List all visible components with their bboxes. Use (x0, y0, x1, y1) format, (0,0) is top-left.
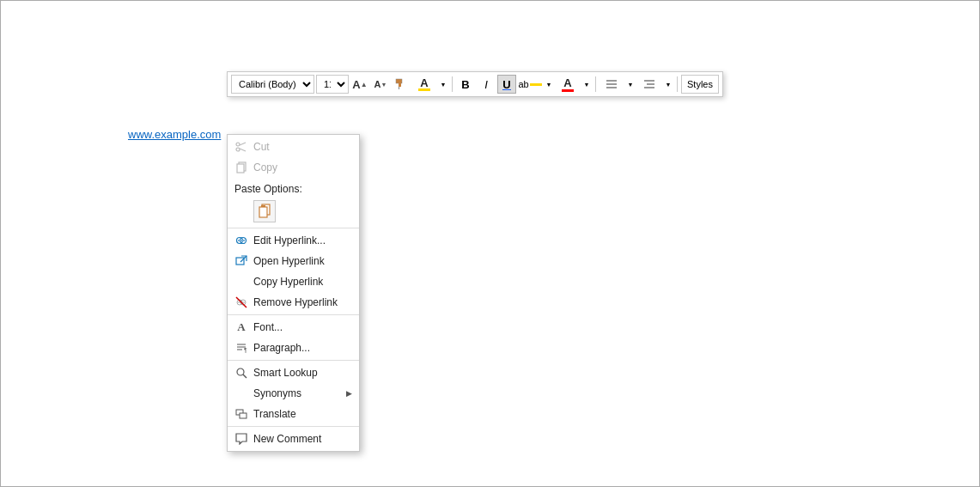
font-menu-item[interactable]: A Font... (228, 317, 359, 338)
font-name-select[interactable]: Calibri (Body) (231, 75, 314, 94)
highlight-dropdown-arrow: ▼ (546, 82, 552, 88)
svg-rect-14 (237, 164, 244, 173)
styles-button[interactable]: Styles (681, 75, 719, 94)
separator-after-paragraph (228, 360, 359, 361)
paragraph-menu-item[interactable]: ¶ Paragraph... (228, 338, 359, 358)
copy-hyperlink-label: Copy Hyperlink (253, 276, 323, 288)
highlight-indicator (530, 83, 542, 86)
separator-after-paste (228, 228, 359, 228)
edit-hyperlink-icon (234, 234, 248, 247)
font-color2-button[interactable]: A (556, 75, 580, 94)
copy-icon (234, 161, 248, 174)
separator-after-translate (228, 426, 359, 427)
copy-label: Copy (253, 161, 277, 173)
highlight-button[interactable]: ab (518, 75, 542, 94)
hyperlink-text[interactable]: www.example.com (128, 128, 221, 141)
font-color2-dropdown-arrow: ▼ (584, 82, 590, 88)
paste-keep-source-button[interactable] (253, 200, 276, 222)
list-icon (606, 79, 618, 89)
format-painter-icon (395, 78, 407, 90)
synonyms-submenu-arrow: ▶ (346, 389, 352, 398)
underline-button[interactable]: U (497, 75, 516, 94)
indent-icon (643, 79, 655, 89)
highlight-label: ab (518, 79, 528, 89)
paste-icons-row (228, 198, 359, 226)
indent-button[interactable] (637, 75, 661, 94)
font-color-dropdown[interactable]: ▼ (438, 75, 448, 94)
font-color-indicator (418, 88, 430, 91)
separator-after-hyperlinks (228, 314, 359, 315)
highlight-dropdown[interactable]: ▼ (544, 75, 554, 94)
font-color2-dropdown[interactable]: ▼ (581, 75, 592, 94)
paragraph-label: Paragraph... (253, 342, 310, 354)
context-menu: Cut Copy Paste Options: (227, 134, 360, 452)
italic-label: I (484, 78, 488, 91)
mini-toolbar: Calibri (Body) 11 A▲ A▼ (227, 71, 723, 97)
edit-hyperlink-menu-item[interactable]: Edit Hyperlink... (228, 230, 359, 251)
synonyms-menu-item[interactable]: Synonyms ▶ (228, 383, 359, 404)
svg-text:¶: ¶ (244, 347, 247, 353)
cut-menu-item[interactable]: Cut (228, 137, 359, 157)
svg-rect-1 (399, 83, 401, 87)
translate-icon (234, 407, 248, 421)
remove-hyperlink-label: Remove Hyperlink (253, 296, 338, 308)
smart-lookup-menu-item[interactable]: Smart Lookup (228, 362, 359, 383)
copy-menu-item[interactable]: Copy (228, 157, 359, 178)
open-hyperlink-menu-item[interactable]: Open Hyperlink (228, 251, 359, 271)
svg-rect-22 (236, 258, 244, 265)
font-label: Font... (253, 321, 283, 333)
remove-hyperlink-menu-item[interactable]: Remove Hyperlink (228, 292, 359, 313)
font-color-dropdown-arrow: ▼ (441, 82, 447, 88)
indent-dropdown-arrow: ▼ (666, 82, 672, 88)
synonyms-label: Synonyms (253, 387, 301, 399)
separator-3 (677, 76, 678, 92)
font-icon: A (234, 320, 248, 334)
font-color-label: A (420, 77, 428, 88)
svg-rect-17 (261, 205, 265, 207)
list-dropdown-arrow: ▼ (628, 82, 634, 88)
smart-lookup-label: Smart Lookup (253, 367, 318, 379)
open-hyperlink-label: Open Hyperlink (253, 255, 325, 267)
svg-rect-2 (399, 87, 399, 89)
copy-hyperlink-icon (234, 275, 248, 289)
paragraph-icon: ¶ (234, 341, 248, 355)
italic-button[interactable]: I (477, 75, 496, 94)
svg-line-12 (240, 149, 246, 151)
font-color-button[interactable]: A (412, 75, 436, 94)
svg-line-33 (243, 374, 247, 378)
indent-dropdown[interactable]: ▼ (663, 75, 673, 94)
svg-line-11 (240, 143, 246, 145)
list-dropdown[interactable]: ▼ (625, 75, 636, 94)
svg-rect-0 (396, 79, 402, 83)
word-window: www.example.com Calibri (Body) 11 A▲ A▼ (0, 0, 980, 487)
grow-font-button[interactable]: A▲ (350, 75, 369, 94)
edit-hyperlink-label: Edit Hyperlink... (253, 234, 326, 247)
copy-hyperlink-menu-item[interactable]: Copy Hyperlink (228, 271, 359, 292)
new-comment-menu-item[interactable]: New Comment (228, 429, 359, 449)
font-size-select[interactable]: 11 (316, 75, 349, 94)
svg-point-32 (237, 368, 244, 375)
svg-rect-16 (259, 207, 267, 217)
font-color2-label: A (563, 76, 571, 89)
svg-point-10 (236, 148, 240, 151)
underline-label: U (502, 78, 510, 91)
new-comment-icon (234, 432, 248, 446)
document-area: www.example.com Calibri (Body) 11 A▲ A▼ (1, 1, 979, 486)
open-hyperlink-icon (234, 254, 248, 268)
paste-options-section: Paste Options: (228, 178, 359, 198)
svg-line-27 (236, 297, 247, 307)
format-painter-button[interactable] (392, 75, 411, 94)
synonyms-icon (234, 387, 248, 400)
translate-menu-item[interactable]: Translate (228, 404, 359, 424)
bold-button[interactable]: B (456, 75, 475, 94)
smart-lookup-icon (234, 366, 248, 380)
paste-keep-source-icon (257, 204, 272, 219)
font-color2-indicator (562, 89, 574, 92)
separator-2 (595, 76, 596, 92)
shrink-font-button[interactable]: A▼ (371, 75, 390, 94)
svg-point-9 (236, 143, 240, 146)
cut-icon (234, 140, 248, 154)
list-button[interactable] (600, 75, 624, 94)
new-comment-label: New Comment (253, 433, 321, 445)
paste-options-label: Paste Options: (234, 183, 302, 195)
